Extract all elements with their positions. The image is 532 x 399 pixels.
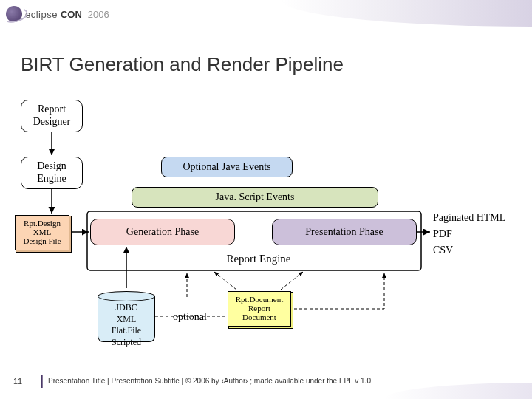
header-swoosh	[281, 0, 532, 27]
node-js-events-label: Java. Script Events	[216, 191, 295, 204]
node-generation-phase: Generation Phase	[90, 219, 235, 245]
output-pdf: PDF	[433, 228, 452, 240]
doc-rpt-design-label: Rpt.Design XML Design File	[23, 219, 61, 245]
footer: 11 | Presentation Title | Presentation S…	[0, 373, 532, 389]
node-generation-phase-label: Generation Phase	[126, 226, 199, 239]
footer-divider-icon: |	[40, 373, 44, 389]
page-title: BIRT Generation and Render Pipeline	[21, 53, 344, 76]
node-presentation-phase: Presentation Phase	[272, 219, 417, 245]
brand-year: 2006	[88, 9, 109, 20]
node-report-engine-label: Report Engine	[200, 253, 318, 265]
optional-label: optional	[173, 311, 207, 323]
svg-line-7	[214, 272, 236, 290]
cylinder-datasources-label: JDBC XML Flat.File Scripted	[112, 302, 141, 347]
node-report-designer: Report Designer	[21, 100, 83, 132]
doc-rpt-document: Rpt.Document Report Document	[228, 291, 291, 327]
cylinder-datasources: JDBC XML Flat.File Scripted	[98, 291, 155, 342]
output-csv: CSV	[433, 245, 453, 256]
node-java-events-label: Optional Java Events	[183, 161, 271, 174]
doc-rpt-design: Rpt.Design XML Design File	[15, 215, 69, 250]
brand-suffix: CON	[61, 9, 82, 20]
output-html: Paginated HTML	[433, 212, 505, 224]
brand-prefix: eclipse	[25, 9, 58, 20]
doc-rpt-document-label: Rpt.Document Report Document	[236, 295, 283, 321]
footer-text: Presentation Title | Presentation Subtit…	[48, 377, 371, 385]
node-design-engine: Design Engine	[21, 157, 83, 189]
page-number: 11	[0, 377, 35, 386]
header: eclipseCON 2006	[6, 6, 109, 22]
svg-line-8	[281, 272, 303, 290]
eclipse-logo-icon	[6, 6, 22, 22]
node-js-events: Java. Script Events	[132, 187, 378, 208]
node-presentation-phase-label: Presentation Phase	[305, 226, 383, 239]
node-design-engine-label: Design Engine	[37, 160, 66, 185]
node-java-events: Optional Java Events	[161, 157, 293, 177]
node-report-designer-label: Report Designer	[33, 103, 71, 129]
